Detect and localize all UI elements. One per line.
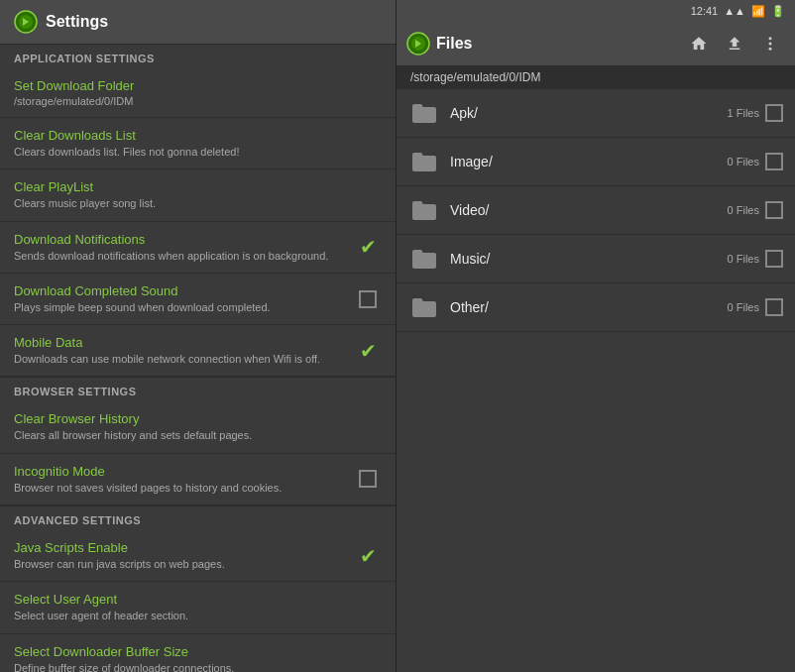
setting-text-mobile-data: Mobile Data Downloads can use mobile net… — [14, 335, 354, 366]
setting-item-set-download-folder[interactable]: Set Download Folder /storage/emulated/0/… — [0, 68, 396, 118]
folder-count-music: 0 Files — [728, 253, 759, 265]
svg-point-6 — [769, 48, 772, 51]
files-app-logo-icon — [406, 32, 430, 56]
app-logo-icon — [14, 10, 38, 34]
setting-item-download-notifications[interactable]: Download Notifications Sends download no… — [0, 222, 396, 274]
folder-count-video: 0 Files — [728, 204, 759, 216]
status-bar: 12:41 ▲▲ 📶 🔋 — [397, 0, 795, 22]
folder-icon-image — [408, 148, 440, 175]
folder-name-apk: Apk/ — [450, 104, 765, 122]
files-panel: 12:41 ▲▲ 📶 🔋 Files /storage/ — [397, 0, 795, 672]
setting-title-clear-playlist: Clear PlayList — [14, 179, 382, 194]
settings-header: Settings — [0, 0, 396, 44]
folder-icon-other — [408, 293, 440, 321]
setting-title-download-completed-sound: Download Completed Sound — [14, 283, 354, 298]
folder-icon-video — [408, 196, 440, 224]
setting-title-select-downloader-buffer-size: Select Downloader Buffer Size — [14, 644, 382, 659]
svg-point-4 — [769, 37, 772, 40]
folder-name-video: Video/ — [450, 201, 765, 219]
checkmark-mobile-data: ✔ — [359, 342, 377, 360]
folder-checkbox-video[interactable] — [765, 201, 783, 219]
folder-item-music[interactable]: Music/ 0 Files — [397, 235, 795, 283]
folder-count-apk: 1 Files — [728, 107, 759, 119]
folder-item-other[interactable]: Other/ 0 Files — [397, 283, 795, 332]
status-signal-icon: ▲▲ — [724, 5, 745, 17]
settings-title: Settings — [46, 13, 108, 31]
setting-title-incognitio-mode: Incognitio Mode — [14, 464, 354, 479]
section-header-browser: BROWSER SETTINGS — [0, 377, 396, 401]
folder-name-music: Music/ — [450, 250, 765, 268]
setting-desc-download-completed-sound: Plays simple beep sound when download co… — [14, 300, 354, 314]
overflow-menu-button[interactable] — [755, 29, 785, 58]
checkmark-java-scripts-enable: ✔ — [359, 547, 377, 565]
setting-desc-clear-downloads-list: Clears downloads list. Files not gonna d… — [14, 145, 382, 159]
checkbox-download-notifications[interactable]: ✔ — [354, 233, 382, 261]
svg-point-5 — [769, 43, 772, 46]
checkbox-incognitio-mode[interactable] — [354, 465, 382, 493]
setting-desc-clear-playlist: Clears music player song list. — [14, 196, 382, 210]
setting-item-download-completed-sound[interactable]: Download Completed Sound Plays simple be… — [0, 274, 396, 325]
setting-item-select-downloader-buffer-size[interactable]: Select Downloader Buffer Size Define buf… — [0, 634, 396, 672]
home-button[interactable] — [684, 29, 714, 58]
folder-checkbox-other[interactable] — [765, 298, 783, 316]
setting-desc-clear-browser-history: Clears all browser history and sets defa… — [14, 428, 382, 442]
files-header: Files — [397, 22, 795, 65]
setting-desc-java-scripts-enable: Browser can run java scripts on web page… — [14, 557, 354, 571]
checkmark-download-notifications: ✔ — [359, 238, 377, 256]
setting-text-clear-downloads-list: Clear Downloads List Clears downloads li… — [14, 128, 382, 159]
status-wifi-icon: 📶 — [751, 5, 765, 18]
settings-panel: Settings APPLICATION SETTINGS Set Downlo… — [0, 0, 397, 672]
status-battery-icon: 🔋 — [771, 5, 785, 18]
setting-item-clear-browser-history[interactable]: Clear Browser History Clears all browser… — [0, 401, 396, 453]
checkbox-download-completed-sound[interactable] — [354, 285, 382, 313]
setting-title-java-scripts-enable: Java Scripts Enable — [14, 540, 354, 555]
setting-item-clear-downloads-list[interactable]: Clear Downloads List Clears downloads li… — [0, 118, 396, 169]
setting-item-clear-playlist[interactable]: Clear PlayList Clears music player song … — [0, 169, 396, 221]
settings-scroll[interactable]: APPLICATION SETTINGS Set Download Folder… — [0, 44, 396, 672]
setting-item-select-user-agent[interactable]: Select User Agent Select user agent of h… — [0, 582, 396, 633]
setting-text-incognitio-mode: Incognitio Mode Browser not saves visite… — [14, 464, 354, 495]
setting-text-clear-playlist: Clear PlayList Clears music player song … — [14, 179, 382, 210]
checkbox-mobile-data[interactable]: ✔ — [354, 337, 382, 365]
setting-text-download-notifications: Download Notifications Sends download no… — [14, 232, 354, 263]
setting-desc-set-download-folder: /storage/emulated/0/IDM — [14, 95, 382, 107]
setting-text-download-completed-sound: Download Completed Sound Plays simple be… — [14, 283, 354, 314]
setting-text-select-downloader-buffer-size: Select Downloader Buffer Size Define buf… — [14, 644, 382, 672]
section-header-app: APPLICATION SETTINGS — [0, 44, 396, 68]
path-bar: /storage/emulated/0/IDM — [397, 65, 795, 89]
setting-title-clear-downloads-list: Clear Downloads List — [14, 128, 382, 143]
folder-icon-apk — [408, 99, 440, 127]
folder-name-image: Image/ — [450, 153, 765, 170]
folder-item-image[interactable]: Image/ 0 Files — [397, 138, 795, 186]
unchecked-incognitio-mode — [359, 470, 377, 488]
folder-count-image: 0 Files — [728, 156, 759, 168]
setting-title-clear-browser-history: Clear Browser History — [14, 411, 382, 426]
setting-desc-select-user-agent: Select user agent of header section. — [14, 609, 382, 622]
setting-title-set-download-folder: Set Download Folder — [14, 78, 382, 93]
section-header-advanced: ADVANCED SETTINGS — [0, 505, 396, 530]
setting-desc-select-downloader-buffer-size: Define buffer size of downloader connect… — [14, 661, 382, 672]
setting-desc-mobile-data: Downloads can use mobile network connect… — [14, 352, 354, 366]
setting-text-select-user-agent: Select User Agent Select user agent of h… — [14, 592, 382, 622]
setting-title-select-user-agent: Select User Agent — [14, 592, 382, 607]
setting-desc-download-notifications: Sends download notifications when applic… — [14, 249, 354, 263]
setting-item-java-scripts-enable[interactable]: Java Scripts Enable Browser can run java… — [0, 530, 396, 582]
folder-name-other: Other/ — [450, 298, 765, 316]
folder-count-other: 0 Files — [728, 301, 759, 313]
checkbox-java-scripts-enable[interactable]: ✔ — [354, 542, 382, 570]
current-path: /storage/emulated/0/IDM — [410, 70, 540, 84]
setting-text-set-download-folder: Set Download Folder /storage/emulated/0/… — [14, 78, 382, 107]
file-list[interactable]: Apk/ 1 Files Image/ 0 Files — [397, 89, 795, 672]
folder-item-apk[interactable]: Apk/ 1 Files — [397, 89, 795, 138]
folder-item-video[interactable]: Video/ 0 Files — [397, 186, 795, 235]
folder-checkbox-apk[interactable] — [765, 104, 783, 122]
files-title: Files — [436, 35, 678, 53]
status-time: 12:41 — [691, 5, 719, 17]
folder-checkbox-image[interactable] — [765, 153, 783, 170]
setting-item-mobile-data[interactable]: Mobile Data Downloads can use mobile net… — [0, 325, 396, 377]
upload-button[interactable] — [720, 29, 749, 58]
folder-checkbox-music[interactable] — [765, 250, 783, 268]
setting-text-clear-browser-history: Clear Browser History Clears all browser… — [14, 411, 382, 442]
setting-title-download-notifications: Download Notifications — [14, 232, 354, 247]
setting-item-incognitio-mode[interactable]: Incognitio Mode Browser not saves visite… — [0, 454, 396, 505]
